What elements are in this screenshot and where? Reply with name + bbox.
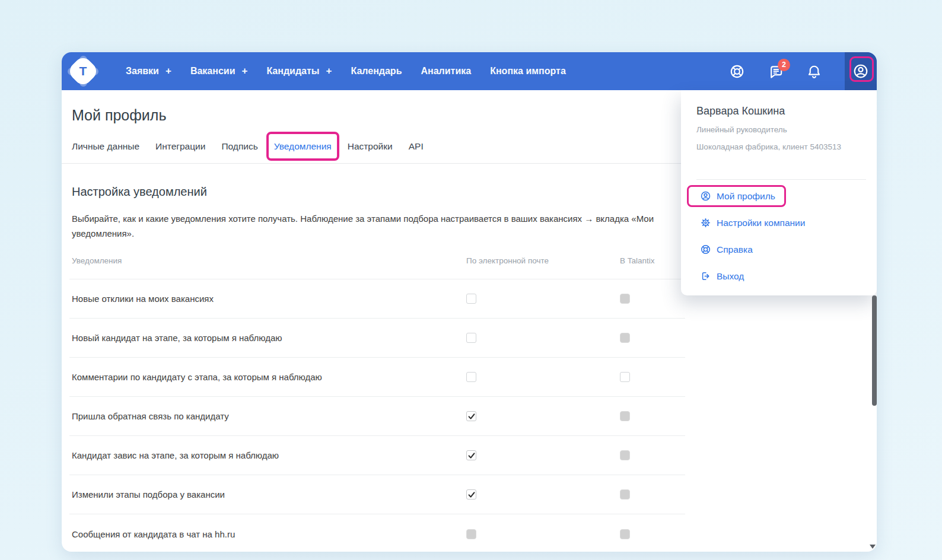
chat-icon[interactable]: 2 — [768, 63, 784, 79]
email-checkbox[interactable] — [466, 411, 476, 421]
talantix-checkbox — [620, 333, 630, 343]
email-checkbox[interactable] — [466, 333, 476, 343]
talantix-checkbox — [620, 294, 630, 304]
table-row: Комментарии по кандидату с этапа, за кот… — [69, 358, 685, 397]
app-window: T Заявки+ Вакансии+ Кандидаты+ Календарь… — [62, 52, 877, 552]
tab-nastroyki[interactable]: Настройки — [348, 140, 393, 153]
talantix-checkbox — [620, 529, 630, 539]
user-company: Шоколадная фабрика, клиент 5403513 — [696, 142, 877, 152]
column-header-notifications: Уведомления — [69, 256, 466, 265]
top-navbar: T Заявки+ Вакансии+ Кандидаты+ Календарь… — [62, 52, 877, 90]
notification-row-label: Изменили этапы подбора у вакансии — [69, 489, 466, 499]
table-row: Кандидат завис на этапе, за которым я на… — [69, 436, 685, 475]
bell-icon[interactable] — [806, 63, 822, 79]
talantix-checkbox — [620, 489, 630, 499]
notification-row-label: Пришла обратная связь по кандидату — [69, 411, 466, 421]
nav-item-kandidaty[interactable]: Кандидаты+ — [266, 65, 332, 77]
talantix-checkbox — [620, 411, 630, 421]
notifications-table: Уведомления По электронной почте В Talan… — [69, 256, 685, 552]
profile-icon — [700, 190, 711, 202]
tab-integratsii[interactable]: Интеграции — [155, 140, 205, 153]
table-row: Новый кандидат на этапе, за которым я на… — [69, 319, 685, 358]
table-row: Изменили этапы подбора у вакансии — [69, 475, 685, 514]
nav-add-kandidat-button[interactable]: + — [326, 65, 332, 77]
nav-item-knopka-importa[interactable]: Кнопка импорта — [490, 66, 566, 77]
table-row: Сообщения от кандидата в чат на hh.ru — [69, 514, 685, 552]
profile-menu-button[interactable] — [845, 52, 877, 90]
email-checkbox[interactable] — [466, 372, 476, 382]
chat-unread-badge: 2 — [778, 59, 790, 71]
table-header-row: Уведомления По электронной почте В Talan… — [69, 256, 685, 279]
user-name: Варвара Кошкина — [696, 104, 877, 117]
nav-item-analitika[interactable]: Аналитика — [421, 66, 471, 77]
menu-item-help[interactable]: Справка — [681, 236, 877, 263]
table-row: Пришла обратная связь по кандидату — [69, 397, 685, 436]
notification-row-label: Комментарии по кандидату с этапа, за кот… — [69, 372, 466, 382]
section-description: Выбирайте, как и какие уведомления хотит… — [72, 211, 668, 241]
main-menu: Заявки+ Вакансии+ Кандидаты+ Календарь А… — [126, 65, 566, 77]
email-checkbox — [466, 529, 476, 539]
notification-row-label: Кандидат завис на этапе, за которым я на… — [69, 450, 466, 460]
menu-item-my-profile[interactable]: Мой профиль — [681, 183, 877, 209]
nav-item-zayavki[interactable]: Заявки+ — [126, 65, 171, 77]
column-header-email: По электронной почте — [466, 256, 620, 265]
profile-dropdown-menu: Варвара Кошкина Линейный руководитель Шо… — [681, 90, 877, 295]
menu-item-logout[interactable]: Выход — [681, 263, 877, 289]
user-role: Линейный руководитель — [696, 125, 877, 135]
notification-row-label: Новые отклики на моих вакансиях — [69, 294, 466, 304]
logout-icon — [700, 271, 711, 282]
nav-add-zayavka-button[interactable]: + — [166, 65, 171, 77]
help-icon[interactable] — [729, 63, 745, 79]
talantix-checkbox — [620, 450, 630, 460]
vertical-scrollbar-thumb[interactable] — [872, 295, 877, 406]
profile-icon — [852, 63, 869, 79]
navbar-right-icons: 2 — [729, 52, 877, 90]
notification-row-label: Новый кандидат на этапе, за которым я на… — [69, 333, 466, 343]
tab-api[interactable]: API — [409, 140, 424, 153]
email-checkbox[interactable] — [466, 294, 476, 304]
email-checkbox[interactable] — [466, 489, 476, 499]
talantix-checkbox[interactable] — [620, 372, 630, 382]
logo-letter: T — [69, 57, 97, 85]
nav-item-kalendar[interactable]: Календарь — [351, 66, 402, 77]
email-checkbox[interactable] — [466, 450, 476, 460]
nav-item-vakansii[interactable]: Вакансии+ — [190, 65, 248, 77]
dropdown-menu-list: Мой профиль Настройки компании Справка В… — [681, 180, 877, 289]
help-icon — [700, 244, 711, 255]
nav-add-vakansiya-button[interactable]: + — [241, 65, 247, 77]
talantix-logo[interactable]: T — [69, 57, 97, 85]
notification-row-label: Сообщения от кандидата в чат на hh.ru — [69, 529, 466, 539]
gear-icon — [700, 217, 711, 228]
tab-lichnye-dannye[interactable]: Личные данные — [72, 140, 139, 153]
table-row: Новые отклики на моих вакансиях — [69, 279, 685, 319]
column-header-talantix: В Talantix — [620, 256, 685, 265]
tab-podpis[interactable]: Подпись — [221, 140, 257, 153]
menu-item-company-settings[interactable]: Настройки компании — [681, 209, 877, 236]
tab-uvedomleniya[interactable]: Уведомления — [274, 140, 332, 153]
scrollbar-down-arrow[interactable] — [870, 545, 876, 549]
